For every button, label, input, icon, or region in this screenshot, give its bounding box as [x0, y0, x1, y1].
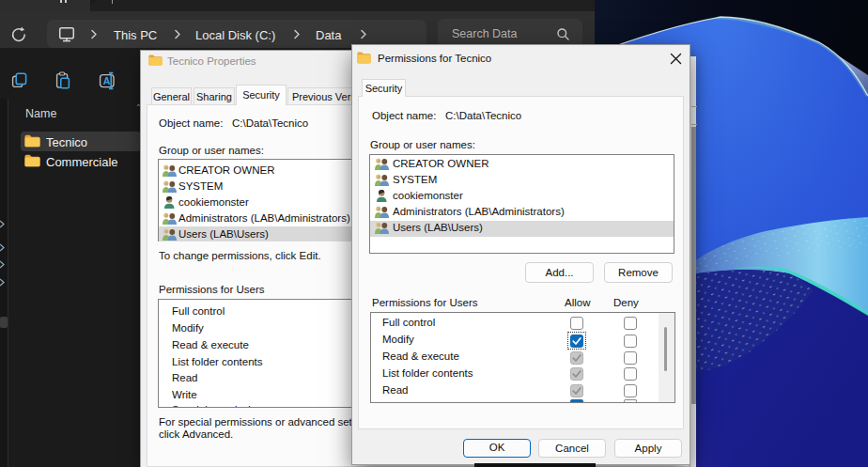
svg-text:A: A	[103, 75, 111, 86]
